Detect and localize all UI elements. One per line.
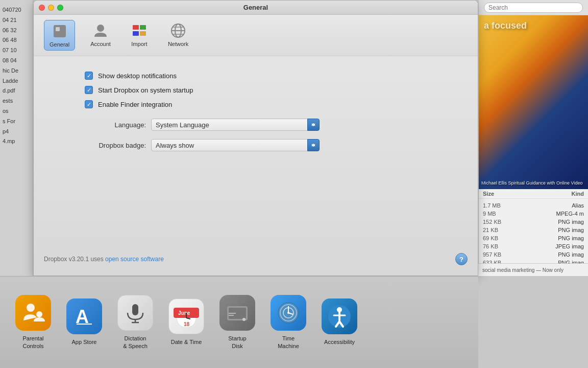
badge-select-wrapper: Always show Auto Never show [151, 139, 320, 151]
dock-item-datetime[interactable]: June 18 Date & Time [168, 298, 204, 346]
general-icon [52, 23, 68, 39]
checkbox-finder[interactable]: ✓ [85, 100, 93, 108]
toolbar-label-network: Network [168, 41, 188, 47]
finder-sidebar: 040720 04 21 06 32 06 48 07 10 08 04 hic… [0, 0, 33, 276]
sidebar-line: 06 32 [3, 26, 30, 36]
close-button[interactable] [39, 5, 45, 11]
svg-rect-6 [140, 31, 146, 36]
social-bar: social media marketing — Now only [478, 263, 588, 276]
checkbox-startup[interactable]: ✓ [85, 86, 93, 94]
dock-item-timemachine[interactable]: TimeMachine [271, 295, 306, 350]
svg-point-12 [27, 304, 35, 312]
dock-item-startup[interactable]: StartupDisk [219, 295, 255, 350]
checkbox-startup-label: Start Dropbox on system startup [98, 86, 193, 94]
file-row: 76 KBJPEG imag [479, 242, 588, 250]
dock-label-appstore: App Store [72, 338, 97, 346]
sidebar-line: s For [3, 117, 30, 127]
svg-rect-0 [54, 25, 66, 37]
badge-row: Dropbox badge: Always show Auto Never sh… [54, 139, 457, 151]
svg-text:June: June [178, 310, 190, 316]
help-button[interactable]: ? [455, 253, 468, 265]
sidebar-line: 4.mp [3, 136, 30, 147]
toolbar-label-general: General [50, 41, 69, 48]
dialog-title: General [243, 4, 268, 11]
file-row: 152 KBPNG imag [479, 218, 588, 226]
dropbox-dialog: General General Account [33, 0, 478, 276]
dock-item-parental[interactable]: ParentalControls [15, 295, 51, 350]
svg-rect-16 [132, 304, 138, 315]
sidebar-line: 07 10 [3, 45, 30, 56]
file-row: 69 KBPNG imag [479, 234, 588, 242]
checkbox-finder-label: Enable Finder integration [98, 101, 172, 108]
right-search-bar [479, 0, 588, 15]
toolbar-label-import: Import [131, 41, 147, 47]
startup-disk-icon [219, 295, 255, 331]
import-icon [131, 22, 148, 39]
sidebar-line: 06 48 [3, 35, 30, 45]
dock-label-accessibility: Accessibility [324, 338, 355, 346]
right-file-list: 1.7 MBAlias 9 MBMPEG-4 m 152 KBPNG imag … [479, 199, 588, 269]
language-row: Language: System Language English Spanis… [54, 119, 457, 131]
dialog-titlebar: General [34, 1, 478, 15]
image-brand: a focused [484, 20, 527, 31]
sidebar-line: os [3, 106, 30, 117]
parental-controls-icon [15, 295, 51, 331]
dock-item-appstore[interactable]: A App Store [66, 298, 102, 346]
toolbar-item-general[interactable]: General [44, 20, 75, 51]
badge-select[interactable]: Always show Auto Never show [151, 139, 320, 151]
traffic-lights [39, 5, 63, 11]
social-text: social media marketing — Now only [482, 267, 564, 273]
svg-point-27 [242, 318, 246, 321]
dock-item-accessibility[interactable]: Accessibility [322, 298, 357, 346]
sidebar-line: p4 [3, 127, 30, 137]
checkbox-row-startup: ✓ Start Dropbox on system startup [54, 86, 457, 94]
minimize-button[interactable] [48, 5, 54, 11]
col-size: Size [483, 191, 494, 197]
language-select[interactable]: System Language English Spanish French [151, 119, 320, 131]
svg-point-13 [36, 311, 42, 317]
dialog-content: ✓ Show desktop notifications ✓ Start Dro… [34, 56, 478, 175]
sidebar-line: ests [3, 96, 30, 106]
col-kind: Kind [572, 191, 584, 197]
file-row: 9 MBMPEG-4 m [479, 210, 588, 218]
sidebar-line: 08 04 [3, 56, 30, 66]
open-source-link[interactable]: open source software [105, 256, 164, 263]
dictation-icon [117, 295, 153, 331]
checkbox-row-notifications: ✓ Show desktop notifications [54, 72, 457, 80]
toolbar-item-import[interactable]: Import [126, 20, 153, 51]
svg-point-2 [97, 25, 104, 32]
svg-rect-3 [133, 25, 139, 30]
dock-label-dictation: Dictation& Speech [123, 335, 148, 350]
sidebar-line: Ladde [3, 76, 30, 86]
footer-text: Dropbox v3.20.1 uses open source softwar… [44, 256, 164, 263]
svg-rect-1 [56, 27, 60, 31]
sidebar-line: 040720 [3, 5, 30, 15]
file-row: 957 KBPNG imag [479, 250, 588, 259]
account-icon [92, 22, 109, 39]
dock-label-parental: ParentalControls [23, 335, 44, 350]
language-label: Language: [64, 121, 146, 129]
maximize-button[interactable] [57, 5, 63, 11]
search-input[interactable] [484, 3, 583, 13]
datetime-icon: June 18 [168, 298, 204, 334]
file-row: 21 KBPNG imag [479, 226, 588, 234]
toolbar-label-account: Account [90, 41, 111, 47]
dock-item-dictation[interactable]: Dictation& Speech [117, 295, 153, 350]
svg-rect-5 [133, 31, 139, 36]
checkbox-row-finder: ✓ Enable Finder integration [54, 100, 457, 108]
sidebar-line: 04 21 [3, 15, 30, 26]
image-overlay: Michael Ellis Spiritual Guidance with On… [481, 180, 585, 187]
toolbar-item-account[interactable]: Account [85, 20, 116, 51]
accessibility-icon [322, 298, 357, 334]
checkbox-notifications-label: Show desktop notifications [98, 72, 177, 80]
svg-point-35 [287, 312, 289, 314]
checkbox-notifications[interactable]: ✓ [85, 72, 93, 80]
toolbar: General Account Import [34, 15, 478, 56]
appstore-icon: A [66, 298, 102, 334]
dock-label-datetime: Date & Time [171, 338, 202, 346]
badge-label: Dropbox badge: [64, 142, 146, 149]
dialog-footer: Dropbox v3.20.1 uses open source softwar… [44, 253, 468, 265]
right-panel: Michael Ellis Spiritual Guidance with On… [478, 0, 588, 276]
toolbar-item-network[interactable]: Network [163, 20, 193, 51]
svg-rect-4 [140, 25, 146, 30]
